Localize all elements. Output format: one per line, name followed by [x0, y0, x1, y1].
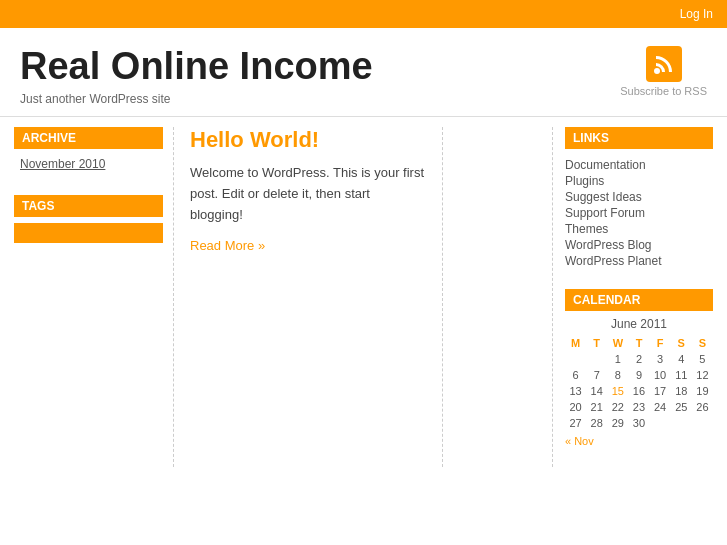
right-sidebar: LINKS DocumentationPluginsSuggest IdeasS… [553, 127, 713, 467]
links-widget: LINKS DocumentationPluginsSuggest IdeasS… [565, 127, 713, 273]
calendar-header-cell: F [650, 335, 671, 351]
calendar-header-cell: M [565, 335, 586, 351]
calendar-cell[interactable]: 20 [565, 399, 586, 415]
tags-widget: TAGS [14, 195, 163, 243]
calendar-cell [671, 415, 692, 431]
archive-widget-title: ARCHIVE [14, 127, 163, 149]
calendar-cell[interactable]: 7 [586, 367, 607, 383]
content-area: Hello World! Welcome to WordPress. This … [174, 127, 443, 467]
links-list-item: WordPress Planet [565, 253, 713, 269]
calendar-header-cell: W [607, 335, 628, 351]
links-list-item: Support Forum [565, 205, 713, 221]
calendar-cell[interactable]: 14 [586, 383, 607, 399]
calendar-cell[interactable]: 2 [628, 351, 649, 367]
calendar-cell[interactable]: 22 [607, 399, 628, 415]
left-sidebar: ARCHIVE November 2010 TAGS [14, 127, 174, 467]
site-branding: Real Online Income Just another WordPres… [20, 46, 373, 106]
calendar-cell[interactable]: 25 [671, 399, 692, 415]
site-tagline: Just another WordPress site [20, 92, 373, 106]
calendar-cell[interactable]: 8 [607, 367, 628, 383]
calendar-prev-link[interactable]: « Nov [565, 435, 594, 447]
calendar-cell[interactable]: 29 [607, 415, 628, 431]
calendar-month: June 2011 [565, 317, 713, 331]
calendar-cell[interactable]: 28 [586, 415, 607, 431]
link-item[interactable]: WordPress Planet [565, 253, 713, 269]
calendar-cell[interactable]: 11 [671, 367, 692, 383]
calendar-cell[interactable]: 21 [586, 399, 607, 415]
calendar-cell[interactable]: 23 [628, 399, 649, 415]
links-widget-title: LINKS [565, 127, 713, 149]
calendar-cell[interactable]: 10 [650, 367, 671, 383]
calendar-cell[interactable]: 30 [628, 415, 649, 431]
calendar-header-cell: S [671, 335, 692, 351]
calendar-cell[interactable]: 12 [692, 367, 713, 383]
calendar-cell[interactable]: 6 [565, 367, 586, 383]
links-list: DocumentationPluginsSuggest IdeasSupport… [565, 153, 713, 273]
calendar-cell [586, 351, 607, 367]
calendar-nav[interactable]: « Nov [565, 435, 713, 451]
rss-label: Subscribe to RSS [620, 85, 707, 97]
main-layout: ARCHIVE November 2010 TAGS Hello World! … [0, 117, 727, 477]
calendar-cell[interactable]: 24 [650, 399, 671, 415]
calendar-cell[interactable]: 1 [607, 351, 628, 367]
calendar-table: MTWTFSS 12345678910111213141516171819202… [565, 335, 713, 431]
site-title: Real Online Income [20, 46, 373, 88]
calendar-cell[interactable]: 26 [692, 399, 713, 415]
link-item[interactable]: Plugins [565, 173, 713, 189]
calendar-cell [692, 415, 713, 431]
links-list-item: Suggest Ideas [565, 189, 713, 205]
link-item[interactable]: Themes [565, 221, 713, 237]
header: Real Online Income Just another WordPres… [0, 28, 727, 117]
links-list-item: Documentation [565, 157, 713, 173]
post-body: Welcome to WordPress. This is your first… [190, 163, 426, 225]
archive-link-nov2010[interactable]: November 2010 [14, 153, 163, 175]
calendar-widget-title: CALENDAR [565, 289, 713, 311]
calendar-cell[interactable]: 17 [650, 383, 671, 399]
links-list-item: Themes [565, 221, 713, 237]
calendar-cell[interactable]: 27 [565, 415, 586, 431]
calendar-cell[interactable]: 18 [671, 383, 692, 399]
calendar-cell[interactable]: 15 [607, 383, 628, 399]
calendar-header-cell: T [586, 335, 607, 351]
calendar-cell [650, 415, 671, 431]
rss-widget[interactable]: Subscribe to RSS [620, 46, 707, 97]
svg-point-0 [654, 68, 660, 74]
links-list-item: WordPress Blog [565, 237, 713, 253]
calendar-cell[interactable]: 19 [692, 383, 713, 399]
mid-spacer [443, 127, 553, 467]
link-item[interactable]: Documentation [565, 157, 713, 173]
calendar-header-cell: T [628, 335, 649, 351]
calendar-cell[interactable]: 13 [565, 383, 586, 399]
calendar-cell [565, 351, 586, 367]
calendar-header-cell: S [692, 335, 713, 351]
login-link[interactable]: Log In [680, 7, 713, 21]
tags-widget-title: TAGS [14, 195, 163, 217]
tags-bar [14, 223, 163, 243]
calendar-cell[interactable]: 5 [692, 351, 713, 367]
links-list-item: Plugins [565, 173, 713, 189]
calendar-cell[interactable]: 16 [628, 383, 649, 399]
link-item[interactable]: WordPress Blog [565, 237, 713, 253]
calendar-cell[interactable]: 3 [650, 351, 671, 367]
link-item[interactable]: Support Forum [565, 205, 713, 221]
calendar-widget: CALENDAR June 2011 MTWTFSS 1234567891011… [565, 289, 713, 451]
post-title: Hello World! [190, 127, 426, 153]
calendar-cell[interactable]: 9 [628, 367, 649, 383]
top-bar: Log In [0, 0, 727, 28]
rss-icon[interactable] [646, 46, 682, 82]
read-more-link[interactable]: Read More » [190, 238, 265, 253]
link-item[interactable]: Suggest Ideas [565, 189, 713, 205]
calendar-cell[interactable]: 4 [671, 351, 692, 367]
